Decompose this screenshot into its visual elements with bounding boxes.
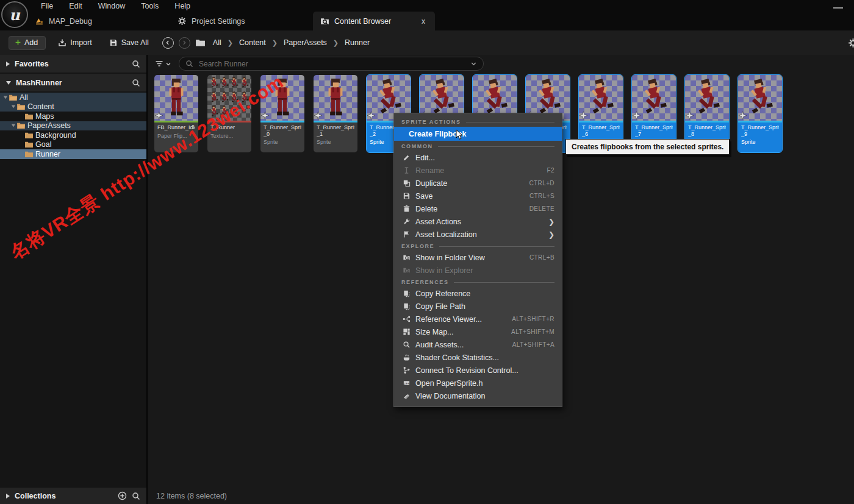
toolbar: Add Import Save All All❯Content❯PaperAss… xyxy=(0,30,854,55)
filter-button[interactable] xyxy=(152,59,174,69)
chevron-down-icon[interactable] xyxy=(470,60,477,67)
asset-tile-t_runner_sprite_1[interactable]: T_Runner_Sprite.._1Sprite xyxy=(314,75,357,152)
menu-item-asset-actions[interactable]: Asset Actions❯ xyxy=(394,215,562,228)
copy-path-icon xyxy=(403,302,411,310)
collapse-arrow-icon[interactable] xyxy=(10,124,16,127)
folder-closed-icon xyxy=(24,151,34,158)
tree-item-background[interactable]: Background xyxy=(0,130,146,140)
menubar-item-help[interactable]: Help xyxy=(168,1,197,12)
menubar-item-window[interactable]: Window xyxy=(92,1,132,12)
save-all-button[interactable]: Save All xyxy=(104,36,154,49)
tab-label: Project Settings xyxy=(192,17,245,26)
duplicate-icon xyxy=(403,179,411,187)
menu-item-show-in-folder-view[interactable]: Show in Folder ViewCTRL+B xyxy=(394,251,562,264)
folder-closed-icon xyxy=(24,132,34,139)
unreal-logo-icon[interactable]: u xyxy=(1,1,28,28)
asset-thumbnail xyxy=(314,75,357,121)
search-icon[interactable] xyxy=(132,79,140,87)
asset-tile-fb_runner_idle[interactable]: FB_Runner_IdlePaper Flip... xyxy=(154,75,198,152)
breadcrumb-item-content[interactable]: Content xyxy=(239,38,266,47)
search-icon[interactable] xyxy=(132,60,140,68)
search-icon[interactable] xyxy=(132,492,140,500)
add-label: Add xyxy=(24,38,38,47)
import-label: Import xyxy=(70,38,92,47)
collapse-arrow-icon[interactable] xyxy=(10,105,16,108)
menu-item-connect-to-revision-control[interactable]: Connect To Revision Control... xyxy=(394,364,562,377)
menubar-item-tools[interactable]: Tools xyxy=(134,1,165,12)
source-star-icon xyxy=(739,112,747,119)
trash-icon xyxy=(403,205,411,213)
menubar-item-file[interactable]: File xyxy=(34,1,60,12)
menu-item-delete[interactable]: DeleteDELETE xyxy=(394,202,562,215)
menu-item-duplicate[interactable]: DuplicateCTRL+D xyxy=(394,177,562,190)
tree-item-paperassets[interactable]: PaperAssets xyxy=(0,121,146,131)
menu-item-show-in-explorer[interactable]: Show in Explorer xyxy=(394,264,562,277)
menu-item-shader-cook-statistics[interactable]: Shader Cook Statistics... xyxy=(394,351,562,364)
tree-item-runner[interactable]: Runner xyxy=(0,149,146,159)
runner-sprite-icon xyxy=(269,79,296,118)
menubar-item-edit[interactable]: Edit xyxy=(62,1,89,12)
collapse-arrow-icon[interactable] xyxy=(6,81,11,85)
magnifier-icon xyxy=(402,341,411,349)
tab-map_debug[interactable]: MAP_Debug xyxy=(27,12,170,30)
tree-item-maps[interactable]: Maps xyxy=(0,112,146,121)
tree-item-goal[interactable]: Goal xyxy=(0,140,146,150)
wrench-icon xyxy=(403,218,411,225)
menu-item-label: Asset Actions xyxy=(415,218,461,226)
tab-label: Content Browser xyxy=(334,17,391,26)
search-input[interactable] xyxy=(198,59,466,69)
runner-sprite-icon xyxy=(240,77,249,89)
tab-content-browser[interactable]: Content Browserx xyxy=(313,12,435,30)
section-divider xyxy=(454,282,554,283)
menu-item-audit-assets[interactable]: Audit Assets...ALT+SHIFT+A xyxy=(394,338,562,351)
menu-item-size-map[interactable]: Size Map...ALT+SHIFT+M xyxy=(394,325,562,338)
import-button[interactable]: Import xyxy=(53,36,96,49)
asset-tile-t_runner_sprite_9[interactable]: T_Runner_Sprite.._9Sprite xyxy=(738,75,782,152)
folder-search-icon xyxy=(403,254,411,261)
search-bar[interactable] xyxy=(179,57,484,71)
menu-item-create-flipbook[interactable]: Create Flipbook xyxy=(394,127,562,141)
gear-icon[interactable] xyxy=(848,38,854,48)
menu-item-edit[interactable]: Edit... xyxy=(394,151,562,164)
asset-thumbnail xyxy=(260,75,304,121)
expand-arrow-icon[interactable] xyxy=(6,62,10,66)
gear-icon xyxy=(178,16,187,26)
project-header[interactable]: MashRunner xyxy=(0,74,146,91)
menu-item-copy-reference[interactable]: Copy Reference xyxy=(394,287,562,300)
asset-type: Sprite xyxy=(264,139,301,145)
menu-item-asset-localization[interactable]: Asset Localization❯ xyxy=(394,228,562,241)
breadcrumb-item-paperassets[interactable]: PaperAssets xyxy=(284,38,327,47)
collections-header[interactable]: Collections xyxy=(0,487,146,504)
breadcrumb-item-all[interactable]: All xyxy=(213,38,221,47)
asset-tile-t_runner_sprite_0[interactable]: T_Runner_Sprite.._0Sprite xyxy=(260,75,304,152)
menu-item-open-papersprite-h[interactable]: Open PaperSprite.h xyxy=(394,377,562,389)
save-all-label: Save All xyxy=(121,38,149,47)
menu-item-save[interactable]: SaveCTRL+S xyxy=(394,190,562,202)
pencil-icon xyxy=(402,154,411,161)
shortcut-label: CTRL+S xyxy=(529,193,554,199)
menu-item-copy-file-path[interactable]: Copy File Path xyxy=(394,300,562,313)
tab-strip: MAP_DebugProject SettingsContent Browser… xyxy=(27,12,435,30)
asset-name-line2: _9 xyxy=(741,131,779,138)
collapse-arrow-icon[interactable] xyxy=(2,96,9,99)
asset-name-line2: _1 xyxy=(317,131,354,138)
asset-name-line2: _0 xyxy=(264,131,301,138)
forward-button[interactable] xyxy=(179,37,190,49)
tab-close-icon[interactable]: x xyxy=(419,16,428,26)
back-button[interactable] xyxy=(162,37,174,49)
tree-item-all[interactable]: All xyxy=(0,93,146,102)
add-button[interactable]: Add xyxy=(9,36,46,50)
asset-tile-t_runner[interactable]: T_RunnerTexture... xyxy=(207,75,251,152)
menu-item-view-documentation[interactable]: View Documentation xyxy=(394,389,562,402)
minimize-icon[interactable] xyxy=(833,7,843,9)
menu-item-rename[interactable]: RenameF2 xyxy=(394,164,562,177)
section-header-label: SPRITE ACTIONS xyxy=(401,119,461,125)
tab-project-settings[interactable]: Project Settings xyxy=(170,12,313,30)
breadcrumb-item-runner[interactable]: Runner xyxy=(345,38,370,47)
favorites-header[interactable]: Favorites xyxy=(0,55,146,73)
menu-item-reference-viewer[interactable]: Reference Viewer...ALT+SHIFT+R xyxy=(394,313,562,325)
runner-sprite-icon xyxy=(428,79,455,118)
expand-arrow-icon[interactable] xyxy=(6,494,10,499)
tree-item-content[interactable]: Content xyxy=(0,102,146,112)
add-collection-icon[interactable] xyxy=(118,491,127,500)
